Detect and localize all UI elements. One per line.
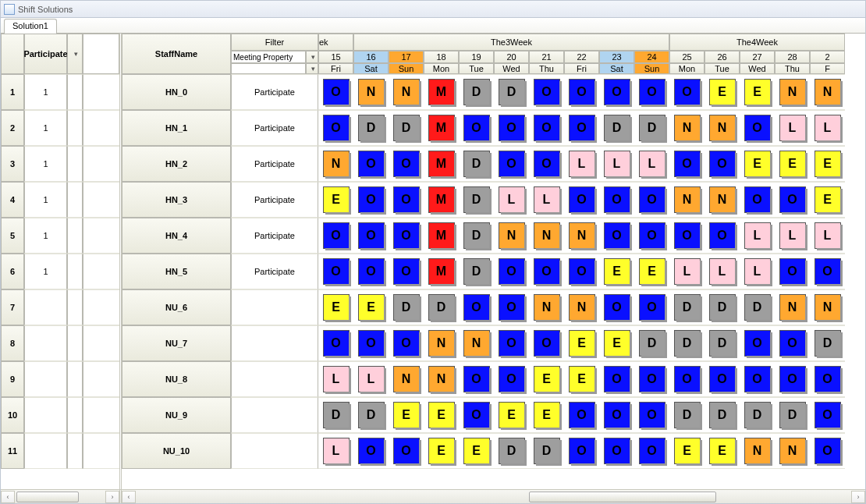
day-of-week-header[interactable]: Wed — [494, 63, 529, 74]
shift-cell[interactable]: O — [775, 325, 810, 361]
shift-cell[interactable]: O — [494, 361, 529, 397]
week-header[interactable]: The3Week — [353, 34, 669, 51]
shift-cell[interactable]: O — [353, 218, 389, 254]
shift-cell[interactable]: O — [634, 397, 669, 433]
shift-cell[interactable]: E — [353, 289, 389, 325]
day-of-week-header[interactable]: Sat — [353, 63, 389, 74]
shift-cell[interactable]: D — [494, 433, 529, 469]
shift-cell[interactable]: O — [599, 182, 634, 218]
shift-cell[interactable]: D — [775, 397, 810, 433]
shift-cell[interactable]: O — [705, 146, 740, 182]
shift-cell[interactable]: O — [494, 289, 529, 325]
day-of-week-header[interactable]: Sat — [599, 63, 634, 74]
shift-cell[interactable]: O — [318, 325, 353, 361]
week-header[interactable]: The4Week — [669, 34, 845, 51]
participate-row[interactable]: 31 — [1, 146, 119, 182]
day-number-header[interactable]: 21 — [529, 51, 564, 63]
shift-cell[interactable]: N — [740, 433, 775, 469]
shift-cell[interactable]: O — [353, 433, 389, 469]
shift-cell[interactable]: O — [564, 74, 599, 110]
shift-cell[interactable]: O — [318, 110, 353, 146]
shift-cell[interactable]: D — [599, 110, 634, 146]
shift-cell[interactable]: O — [389, 433, 424, 469]
shift-cell[interactable]: E — [599, 254, 634, 289]
day-of-week-header[interactable]: Thu — [529, 63, 564, 74]
shift-cell[interactable]: D — [459, 218, 494, 254]
participate-value[interactable]: 1 — [24, 218, 67, 254]
shift-cell[interactable]: M — [424, 74, 459, 110]
shift-cell[interactable]: N — [318, 146, 353, 182]
shift-cell[interactable]: O — [459, 397, 494, 433]
participate-row[interactable]: 21 — [1, 110, 119, 146]
staff-name-cell[interactable]: HN_3 — [122, 182, 231, 218]
shift-cell[interactable]: O — [599, 397, 634, 433]
day-number-header[interactable]: 26 — [705, 51, 740, 63]
day-number-header[interactable]: 24 — [634, 51, 669, 63]
shift-cell[interactable]: N — [494, 218, 529, 254]
shift-cell[interactable]: E — [389, 397, 424, 433]
staff-name-cell[interactable]: HN_5 — [122, 254, 231, 289]
shift-cell[interactable]: N — [459, 325, 494, 361]
shift-cell[interactable]: D — [529, 433, 564, 469]
shift-cell[interactable]: L — [318, 433, 353, 469]
shift-cell[interactable]: O — [494, 254, 529, 289]
day-number-header[interactable]: 16 — [353, 51, 389, 63]
shift-cell[interactable]: O — [529, 74, 564, 110]
shift-cell[interactable]: O — [494, 146, 529, 182]
row-filter-cell[interactable]: Participate — [231, 182, 318, 218]
shift-cell[interactable]: M — [424, 218, 459, 254]
participate-row[interactable]: 11 — [1, 433, 119, 469]
shift-cell[interactable]: O — [634, 218, 669, 254]
shift-cell[interactable]: O — [599, 218, 634, 254]
shift-cell[interactable]: E — [669, 433, 705, 469]
shift-cell[interactable]: N — [705, 110, 740, 146]
shift-cell[interactable]: O — [775, 182, 810, 218]
day-number-header[interactable]: 28 — [775, 51, 810, 63]
right-scrollbar[interactable]: ‹ › — [122, 489, 865, 503]
shift-cell[interactable]: O — [634, 182, 669, 218]
shift-cell[interactable]: L — [353, 361, 389, 397]
shift-cell[interactable]: O — [353, 254, 389, 289]
shift-cell[interactable]: O — [529, 146, 564, 182]
staff-name-cell[interactable]: NU_9 — [122, 397, 231, 433]
row-filter-cell[interactable]: Participate — [231, 74, 318, 110]
shift-cell[interactable]: D — [389, 289, 424, 325]
day-of-week-header[interactable]: Fri — [564, 63, 599, 74]
shift-cell[interactable]: O — [494, 325, 529, 361]
day-number-header[interactable]: 19 — [459, 51, 494, 63]
shift-cell[interactable]: L — [810, 218, 845, 254]
shift-cell[interactable]: D — [740, 397, 775, 433]
shift-cell[interactable]: M — [424, 254, 459, 289]
staff-name-cell[interactable]: HN_1 — [122, 110, 231, 146]
shift-cell[interactable]: N — [424, 325, 459, 361]
left-dropdown-toggle[interactable]: ▾ — [67, 34, 83, 74]
shift-cell[interactable]: D — [389, 110, 424, 146]
participate-row[interactable]: 7 — [1, 289, 119, 325]
participate-value[interactable]: 1 — [24, 110, 67, 146]
shift-cell[interactable]: E — [459, 433, 494, 469]
day-of-week-header[interactable]: F — [810, 63, 845, 74]
shift-cell[interactable]: O — [634, 74, 669, 110]
shift-cell[interactable]: O — [599, 289, 634, 325]
staff-name-cell[interactable]: HN_4 — [122, 218, 231, 254]
shift-cell[interactable]: O — [810, 433, 845, 469]
shift-cell[interactable]: O — [353, 146, 389, 182]
row-filter-cell[interactable]: Participate — [231, 254, 318, 289]
shift-cell[interactable]: D — [705, 397, 740, 433]
shift-cell[interactable]: O — [634, 361, 669, 397]
shift-cell[interactable]: D — [353, 397, 389, 433]
participate-row[interactable]: 8 — [1, 325, 119, 361]
participate-row[interactable]: 11 — [1, 74, 119, 110]
participate-row[interactable]: 9 — [1, 361, 119, 397]
shift-cell[interactable]: L — [599, 146, 634, 182]
meeting-property-cell[interactable]: Meeting Property — [231, 51, 306, 63]
shift-cell[interactable]: D — [669, 325, 705, 361]
shift-cell[interactable]: E — [424, 397, 459, 433]
shift-cell[interactable]: E — [529, 361, 564, 397]
staff-name-cell[interactable]: NU_8 — [122, 361, 231, 397]
day-of-week-header[interactable]: Mon — [424, 63, 459, 74]
shift-cell[interactable]: D — [634, 325, 669, 361]
shift-cell[interactable]: E — [775, 146, 810, 182]
day-number-header[interactable]: 22 — [564, 51, 599, 63]
day-of-week-header[interactable]: Tue — [705, 63, 740, 74]
